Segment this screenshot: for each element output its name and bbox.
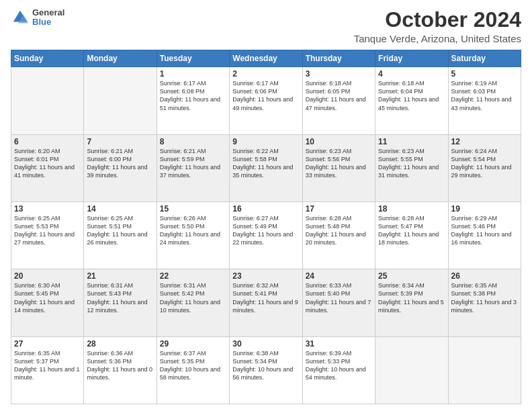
- calendar-cell: 13Sunrise: 6:25 AMSunset: 5:53 PMDayligh…: [11, 201, 84, 269]
- day-number: 5: [451, 69, 518, 79]
- day-number: 20: [14, 271, 81, 281]
- day-info: Sunrise: 6:22 AMSunset: 5:58 PMDaylight:…: [232, 147, 299, 180]
- day-number: 17: [306, 204, 372, 214]
- calendar-cell: 29Sunrise: 6:37 AMSunset: 5:35 PMDayligh…: [157, 336, 229, 404]
- calendar-cell: 23Sunrise: 6:32 AMSunset: 5:41 PMDayligh…: [230, 269, 302, 336]
- day-number: 19: [451, 204, 518, 214]
- day-number: 23: [232, 271, 299, 281]
- day-info: Sunrise: 6:20 AMSunset: 6:01 PMDaylight:…: [14, 147, 81, 180]
- calendar-week-row: 13Sunrise: 6:25 AMSunset: 5:53 PMDayligh…: [11, 201, 521, 269]
- weekday-header: Sunday: [11, 50, 84, 67]
- main-title: October 2024: [354, 8, 521, 32]
- day-info: Sunrise: 6:34 AMSunset: 5:39 PMDaylight:…: [378, 281, 445, 314]
- day-info: Sunrise: 6:31 AMSunset: 5:42 PMDaylight:…: [160, 281, 226, 314]
- calendar-cell: 20Sunrise: 6:30 AMSunset: 5:45 PMDayligh…: [11, 269, 84, 336]
- logo-line2: Blue: [32, 17, 64, 27]
- calendar-cell: 31Sunrise: 6:39 AMSunset: 5:33 PMDayligh…: [302, 336, 375, 404]
- calendar-cell: 2Sunrise: 6:17 AMSunset: 6:06 PMDaylight…: [230, 67, 302, 134]
- calendar-cell: 6Sunrise: 6:20 AMSunset: 6:01 PMDaylight…: [11, 134, 84, 201]
- day-number: 12: [451, 137, 518, 146]
- day-info: Sunrise: 6:19 AMSunset: 6:03 PMDaylight:…: [451, 79, 518, 112]
- day-info: Sunrise: 6:35 AMSunset: 5:38 PMDaylight:…: [451, 281, 518, 314]
- day-number: 13: [14, 204, 81, 214]
- day-number: 27: [14, 339, 81, 349]
- calendar-cell: 9Sunrise: 6:22 AMSunset: 5:58 PMDaylight…: [230, 134, 302, 201]
- day-info: Sunrise: 6:29 AMSunset: 5:46 PMDaylight:…: [451, 214, 518, 247]
- day-info: Sunrise: 6:24 AMSunset: 5:54 PMDaylight:…: [451, 147, 518, 180]
- weekday-header: Monday: [84, 50, 157, 67]
- day-info: Sunrise: 6:36 AMSunset: 5:36 PMDaylight:…: [87, 349, 153, 382]
- day-info: Sunrise: 6:33 AMSunset: 5:40 PMDaylight:…: [306, 281, 372, 314]
- day-number: 2: [232, 69, 299, 79]
- day-info: Sunrise: 6:21 AMSunset: 5:59 PMDaylight:…: [160, 147, 226, 180]
- day-info: Sunrise: 6:31 AMSunset: 5:43 PMDaylight:…: [87, 281, 153, 314]
- day-number: 8: [160, 137, 226, 146]
- page: General Blue October 2024 Tanque Verde, …: [0, 0, 532, 411]
- day-info: Sunrise: 6:27 AMSunset: 5:49 PMDaylight:…: [232, 214, 299, 247]
- day-info: Sunrise: 6:17 AMSunset: 6:08 PMDaylight:…: [160, 79, 226, 112]
- calendar-cell: 12Sunrise: 6:24 AMSunset: 5:54 PMDayligh…: [448, 134, 521, 201]
- calendar-cell: [375, 336, 448, 404]
- day-number: 11: [378, 137, 445, 146]
- day-number: 30: [232, 339, 299, 349]
- logo-text: General Blue: [32, 8, 64, 28]
- logo-icon: [11, 8, 30, 27]
- calendar-week-row: 27Sunrise: 6:35 AMSunset: 5:37 PMDayligh…: [11, 336, 521, 404]
- day-info: Sunrise: 6:18 AMSunset: 6:05 PMDaylight:…: [306, 79, 372, 112]
- day-info: Sunrise: 6:18 AMSunset: 6:04 PMDaylight:…: [378, 79, 445, 112]
- calendar-cell: 5Sunrise: 6:19 AMSunset: 6:03 PMDaylight…: [448, 67, 521, 134]
- calendar-cell: 19Sunrise: 6:29 AMSunset: 5:46 PMDayligh…: [448, 201, 521, 269]
- calendar-cell: 18Sunrise: 6:28 AMSunset: 5:47 PMDayligh…: [375, 201, 448, 269]
- calendar-week-row: 1Sunrise: 6:17 AMSunset: 6:08 PMDaylight…: [11, 67, 521, 134]
- day-number: 15: [160, 204, 226, 214]
- weekday-header: Friday: [375, 50, 448, 67]
- day-info: Sunrise: 6:37 AMSunset: 5:35 PMDaylight:…: [160, 349, 226, 382]
- weekday-header: Thursday: [302, 50, 375, 67]
- day-number: 28: [87, 339, 153, 349]
- calendar-cell: [448, 336, 521, 404]
- day-info: Sunrise: 6:38 AMSunset: 5:34 PMDaylight:…: [232, 349, 299, 382]
- calendar-cell: 25Sunrise: 6:34 AMSunset: 5:39 PMDayligh…: [375, 269, 448, 336]
- calendar-cell: 22Sunrise: 6:31 AMSunset: 5:42 PMDayligh…: [157, 269, 229, 336]
- day-number: 26: [451, 271, 518, 281]
- calendar-cell: 7Sunrise: 6:21 AMSunset: 6:00 PMDaylight…: [84, 134, 157, 201]
- day-info: Sunrise: 6:30 AMSunset: 5:45 PMDaylight:…: [14, 281, 81, 314]
- day-info: Sunrise: 6:25 AMSunset: 5:51 PMDaylight:…: [87, 214, 153, 247]
- day-number: 24: [306, 271, 372, 281]
- day-number: 29: [160, 339, 226, 349]
- calendar-cell: 17Sunrise: 6:28 AMSunset: 5:48 PMDayligh…: [302, 201, 375, 269]
- logo: General Blue: [11, 8, 64, 28]
- calendar-cell: 8Sunrise: 6:21 AMSunset: 5:59 PMDaylight…: [157, 134, 229, 201]
- day-info: Sunrise: 6:17 AMSunset: 6:06 PMDaylight:…: [232, 79, 299, 112]
- day-number: 14: [87, 204, 153, 214]
- calendar-cell: 21Sunrise: 6:31 AMSunset: 5:43 PMDayligh…: [84, 269, 157, 336]
- calendar-week-row: 20Sunrise: 6:30 AMSunset: 5:45 PMDayligh…: [11, 269, 521, 336]
- day-number: 31: [306, 339, 372, 349]
- day-info: Sunrise: 6:26 AMSunset: 5:50 PMDaylight:…: [160, 214, 226, 247]
- calendar-cell: 10Sunrise: 6:23 AMSunset: 5:56 PMDayligh…: [302, 134, 375, 201]
- day-number: 18: [378, 204, 445, 214]
- day-info: Sunrise: 6:23 AMSunset: 5:56 PMDaylight:…: [306, 147, 372, 180]
- day-number: 1: [160, 69, 226, 79]
- day-info: Sunrise: 6:23 AMSunset: 5:55 PMDaylight:…: [378, 147, 445, 180]
- calendar-cell: [84, 67, 157, 134]
- day-info: Sunrise: 6:25 AMSunset: 5:53 PMDaylight:…: [14, 214, 81, 247]
- day-info: Sunrise: 6:28 AMSunset: 5:48 PMDaylight:…: [306, 214, 372, 247]
- calendar-cell: 14Sunrise: 6:25 AMSunset: 5:51 PMDayligh…: [84, 201, 157, 269]
- day-number: 10: [306, 137, 372, 146]
- header: General Blue October 2024 Tanque Verde, …: [11, 8, 521, 44]
- calendar-table: SundayMondayTuesdayWednesdayThursdayFrid…: [11, 50, 521, 404]
- day-info: Sunrise: 6:21 AMSunset: 6:00 PMDaylight:…: [87, 147, 153, 180]
- day-number: 6: [14, 137, 81, 146]
- day-info: Sunrise: 6:35 AMSunset: 5:37 PMDaylight:…: [14, 349, 81, 382]
- logo-line1: General: [32, 8, 64, 17]
- calendar-cell: 3Sunrise: 6:18 AMSunset: 6:05 PMDaylight…: [302, 67, 375, 134]
- day-number: 22: [160, 271, 226, 281]
- calendar-cell: [11, 67, 84, 134]
- calendar-week-row: 6Sunrise: 6:20 AMSunset: 6:01 PMDaylight…: [11, 134, 521, 201]
- weekday-header-row: SundayMondayTuesdayWednesdayThursdayFrid…: [11, 50, 521, 67]
- calendar-cell: 28Sunrise: 6:36 AMSunset: 5:36 PMDayligh…: [84, 336, 157, 404]
- day-number: 21: [87, 271, 153, 281]
- title-block: October 2024 Tanque Verde, Arizona, Unit…: [354, 8, 521, 44]
- calendar-cell: 16Sunrise: 6:27 AMSunset: 5:49 PMDayligh…: [230, 201, 302, 269]
